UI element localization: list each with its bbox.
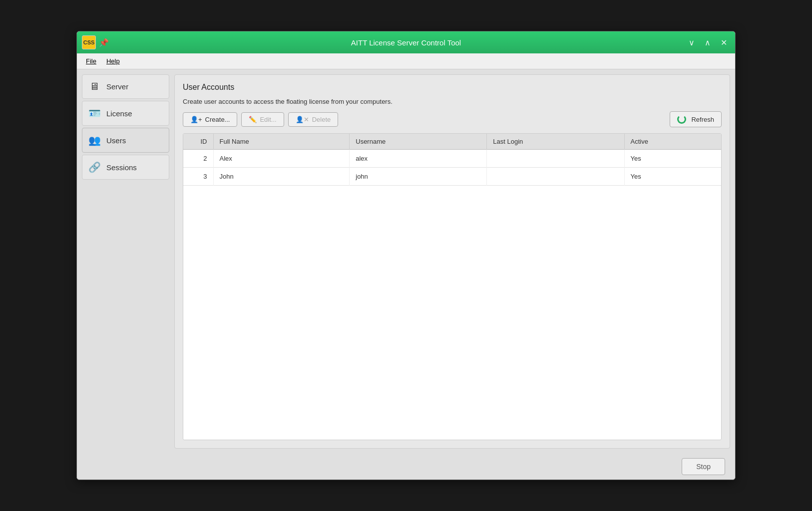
- cell-username: john: [350, 168, 487, 186]
- table-row[interactable]: 3 John john Yes: [183, 168, 721, 186]
- cell-lastlogin: [487, 168, 624, 186]
- sidebar-item-sessions[interactable]: 🔗 Sessions: [82, 155, 169, 180]
- titlebar: CSS 📌 AITT License Server Control Tool ∨…: [77, 31, 735, 53]
- edit-icon: ✏️: [249, 116, 257, 123]
- server-icon: 🖥: [87, 81, 101, 92]
- close-button[interactable]: ✕: [718, 37, 730, 48]
- cell-id: 3: [183, 168, 213, 186]
- col-header-active: Active: [624, 134, 721, 150]
- pin-icon[interactable]: 📌: [99, 38, 109, 47]
- menu-help[interactable]: Help: [101, 55, 125, 67]
- cell-id: 2: [183, 150, 213, 168]
- content-description: Create user accounts to access the float…: [183, 98, 722, 105]
- refresh-icon: [677, 115, 686, 124]
- sidebar-item-server[interactable]: 🖥 Server: [82, 74, 169, 99]
- toolbar: 👤+ Create... ✏️ Edit... 👤✕ Delete Refres…: [183, 111, 722, 127]
- create-button[interactable]: 👤+ Create...: [183, 112, 237, 127]
- sidebar-item-license[interactable]: 🪪 License: [82, 101, 169, 126]
- delete-button[interactable]: 👤✕ Delete: [288, 112, 339, 127]
- sessions-icon: 🔗: [87, 161, 101, 173]
- license-icon: 🪪: [87, 107, 101, 119]
- bottombar: Stop: [77, 454, 735, 480]
- minimize-button[interactable]: ∨: [686, 37, 698, 48]
- refresh-label: Refresh: [691, 116, 714, 123]
- cell-active: Yes: [624, 168, 721, 186]
- content-panel: User Accounts Create user accounts to ac…: [174, 74, 730, 449]
- col-header-fullname: Full Name: [213, 134, 350, 150]
- col-header-lastlogin: Last Login: [487, 134, 624, 150]
- edit-label: Edit...: [260, 116, 276, 123]
- table-header-row: ID Full Name Username Last Login Active: [183, 134, 721, 150]
- window-title: AITT License Server Control Tool: [351, 38, 461, 47]
- cell-username: alex: [350, 150, 487, 168]
- users-table: ID Full Name Username Last Login Active …: [183, 134, 721, 186]
- app-icon: CSS: [82, 35, 96, 49]
- cell-lastlogin: [487, 150, 624, 168]
- delete-label: Delete: [312, 116, 331, 123]
- delete-icon: 👤✕: [296, 116, 309, 123]
- stop-button[interactable]: Stop: [682, 458, 725, 475]
- table-row[interactable]: 2 Alex alex Yes: [183, 150, 721, 168]
- sidebar-label-users: Users: [106, 136, 126, 145]
- users-icon: 👥: [87, 134, 101, 146]
- edit-button[interactable]: ✏️ Edit...: [241, 112, 284, 127]
- menu-file[interactable]: File: [81, 55, 101, 67]
- refresh-button[interactable]: Refresh: [670, 111, 722, 127]
- sidebar: 🖥 Server 🪪 License 👥 Users 🔗 Sessions: [82, 74, 169, 449]
- sidebar-label-server: Server: [106, 82, 128, 91]
- cell-fullname: Alex: [213, 150, 350, 168]
- users-table-container: ID Full Name Username Last Login Active …: [183, 133, 722, 440]
- sidebar-label-license: License: [106, 109, 132, 118]
- sidebar-item-users[interactable]: 👥 Users: [82, 128, 169, 153]
- maximize-button[interactable]: ∧: [702, 37, 714, 48]
- main-window: CSS 📌 AITT License Server Control Tool ∨…: [76, 31, 736, 480]
- menubar: File Help: [77, 53, 735, 69]
- cell-fullname: John: [213, 168, 350, 186]
- main-content: 🖥 Server 🪪 License 👥 Users 🔗 Sessions Us…: [77, 69, 735, 454]
- col-header-username: Username: [350, 134, 487, 150]
- col-header-id: ID: [183, 134, 213, 150]
- cell-active: Yes: [624, 150, 721, 168]
- content-title: User Accounts: [183, 83, 722, 92]
- sidebar-label-sessions: Sessions: [106, 163, 137, 172]
- window-controls: ∨ ∧ ✕: [686, 37, 730, 48]
- create-label: Create...: [205, 116, 230, 123]
- create-icon: 👤+: [190, 116, 202, 123]
